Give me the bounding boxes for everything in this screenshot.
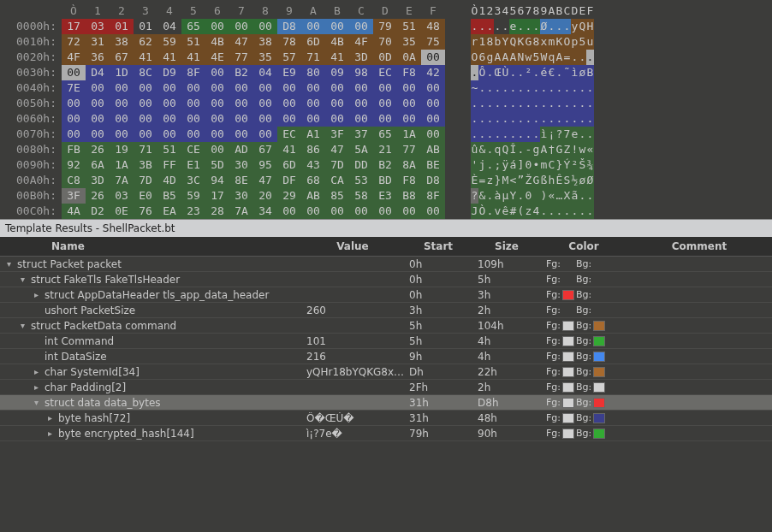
hex-ascii-char[interactable]: . [571, 80, 579, 96]
hex-ascii-char[interactable]: ~ [471, 80, 478, 96]
hex-ascii-char[interactable]: . [548, 204, 555, 219]
hex-byte[interactable]: 00 [110, 127, 134, 142]
hex-ascii-char[interactable]: û [471, 142, 478, 157]
hex-ascii-char[interactable]: . [494, 80, 502, 96]
hex-ascii-char[interactable]: . [579, 111, 586, 127]
hex-ascii-char[interactable]: . [525, 80, 532, 96]
hex-ascii-char[interactable]: . [563, 80, 571, 96]
hex-byte[interactable]: 00 [181, 111, 205, 127]
hex-ascii-char[interactable]: . [532, 80, 540, 96]
hex-ascii-char[interactable]: . [486, 19, 494, 34]
hex-ascii-char[interactable]: . [517, 111, 525, 127]
hex-ascii-char[interactable]: . [579, 96, 586, 111]
hex-ascii-char[interactable]: ì [571, 65, 579, 80]
hex-ascii-char[interactable]: « [586, 142, 594, 157]
hex-ascii-char[interactable]: ² [525, 65, 532, 80]
hex-byte[interactable]: 00 [373, 111, 397, 127]
hex-byte[interactable]: 75 [421, 34, 445, 50]
hex-ascii-char[interactable]: . [509, 96, 517, 111]
hex-byte[interactable]: 00 [421, 204, 445, 219]
hex-ascii-char[interactable]: . [540, 96, 548, 111]
hex-byte[interactable]: 36 [86, 50, 110, 65]
hex-ascii-char[interactable]: . [486, 204, 494, 219]
hex-byte[interactable]: 00 [86, 96, 110, 111]
hex-ascii-char[interactable]: . [555, 111, 563, 127]
hex-byte[interactable]: 59 [181, 188, 205, 204]
tree-row[interactable]: ▸char SystemId[34]yQHr18bYQKG8x…Dh22hFg:… [0, 364, 772, 380]
hex-byte[interactable]: 1D [110, 65, 134, 80]
hex-ascii-char[interactable]: b [494, 34, 502, 50]
hex-byte[interactable]: 4B [205, 34, 229, 50]
hex-byte[interactable]: 8C [134, 65, 157, 80]
hex-byte[interactable]: 00 [349, 204, 373, 219]
hex-byte[interactable]: 03 [86, 19, 110, 34]
hex-ascii-char[interactable]: . [532, 111, 540, 127]
hex-ascii-char[interactable]: Œ [494, 65, 502, 80]
hex-ascii-char[interactable]: # [509, 204, 517, 219]
hex-ascii-char[interactable]: p [571, 34, 579, 50]
hex-byte[interactable]: 5D [205, 157, 229, 173]
hex-byte[interactable]: 00 [229, 127, 253, 142]
hex-ascii-char[interactable]: q [548, 50, 555, 65]
hex-byte[interactable]: 4D [157, 173, 181, 188]
hex-byte[interactable]: 17 [62, 19, 86, 34]
hex-byte[interactable]: 6A [86, 157, 110, 173]
hex-byte[interactable]: 68 [301, 173, 325, 188]
hex-byte[interactable]: 00 [325, 111, 349, 127]
hex-byte[interactable]: AB [421, 142, 445, 157]
hex-byte[interactable]: 28 [205, 204, 229, 219]
hex-byte[interactable]: 77 [229, 50, 253, 65]
hex-byte[interactable]: 00 [157, 80, 181, 96]
hex-ascii-char[interactable]: X [563, 188, 571, 204]
hex-byte[interactable]: F8 [397, 65, 421, 80]
hex-ascii-char[interactable]: Ø [540, 19, 548, 34]
hex-byte[interactable]: 00 [373, 80, 397, 96]
hex-ascii-char[interactable]: . [571, 204, 579, 219]
hex-byte[interactable]: 00 [86, 80, 110, 96]
hex-ascii-char[interactable]: . [563, 96, 571, 111]
hex-ascii-char[interactable]: Y [502, 34, 509, 50]
hex-byte[interactable]: EC [277, 127, 301, 142]
hex-ascii-char[interactable]: - [525, 142, 532, 157]
hex-ascii-char[interactable]: 5 [532, 50, 540, 65]
tree-twisty-icon[interactable]: ▸ [48, 429, 56, 438]
hex-ascii-char[interactable]: . [540, 204, 548, 219]
hex-ascii-char[interactable]: È [471, 173, 478, 188]
hex-byte[interactable]: 00 [301, 19, 325, 34]
hex-ascii-char[interactable]: ø [579, 65, 586, 80]
hex-byte[interactable]: C8 [62, 173, 86, 188]
hex-byte[interactable]: 7A [110, 173, 134, 188]
hex-ascii-char[interactable]: Ý [563, 157, 571, 173]
hex-byte[interactable]: 00 [397, 80, 421, 96]
hex-byte[interactable]: 38 [253, 34, 277, 50]
tree-row[interactable]: ▸char Padding[2]2Fh2hFg:Bg: [0, 380, 772, 395]
tree-twisty-icon[interactable]: ▾ [21, 275, 29, 284]
hex-ascii-char[interactable]: J [471, 204, 478, 219]
hex-byte[interactable]: 00 [205, 19, 229, 34]
hex-byte[interactable]: 00 [205, 111, 229, 127]
hex-byte[interactable]: 20 [253, 188, 277, 204]
hex-byte[interactable]: 01 [134, 19, 157, 34]
hex-byte[interactable]: 8E [229, 173, 253, 188]
hex-ascii-char[interactable]: . [563, 19, 571, 34]
hex-ascii-char[interactable]: Ò [478, 204, 486, 219]
hex-ascii-char[interactable]: . [555, 65, 563, 80]
hex-ascii-char[interactable]: A [555, 50, 563, 65]
hex-ascii-char[interactable]: . [532, 127, 540, 142]
tree-row[interactable]: ▾struct PacketData command5h104hFg:Bg: [0, 318, 772, 334]
hex-byte[interactable]: 0E [110, 204, 134, 219]
hex-byte[interactable]: 48 [421, 19, 445, 34]
hex-ascii-char[interactable]: µ [502, 188, 509, 204]
hex-byte[interactable]: FF [157, 157, 181, 173]
hex-ascii-char[interactable]: M [502, 173, 509, 188]
hex-byte[interactable]: 30 [229, 188, 253, 204]
hex-byte[interactable]: 67 [110, 50, 134, 65]
hex-ascii-char[interactable]: . [586, 204, 594, 219]
hex-byte[interactable]: 00 [253, 127, 277, 142]
hex-ascii-char[interactable]: A [494, 50, 502, 65]
hex-byte[interactable]: 00 [181, 96, 205, 111]
hex-byte[interactable]: 67 [253, 142, 277, 157]
col-header-size[interactable]: Size [472, 237, 541, 256]
hex-ascii-char[interactable]: Ž [525, 173, 532, 188]
hex-ascii-char[interactable]: . [540, 80, 548, 96]
